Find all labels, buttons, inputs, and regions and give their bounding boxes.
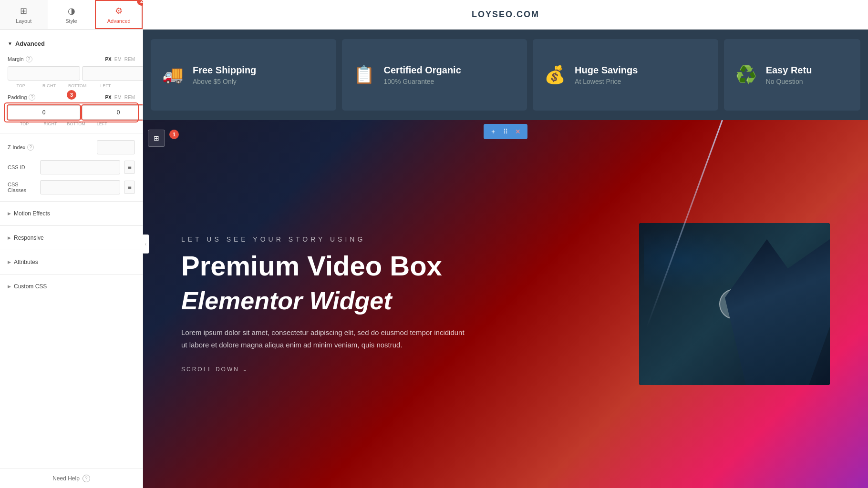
css-id-input[interactable] xyxy=(40,160,120,174)
z-index-info-icon[interactable]: ? xyxy=(27,144,34,151)
divider-4 xyxy=(0,250,143,250)
tab-layout-label: Layout xyxy=(16,18,31,24)
right-area: LOYSEO.COM 🚚 Free Shipping Above $5 Only… xyxy=(143,0,868,488)
video-overlay xyxy=(639,223,830,385)
padding-sub-labels: TOP RIGHT BOTTOM LEFT xyxy=(5,122,138,129)
z-index-input[interactable] xyxy=(97,140,135,154)
css-id-icon-btn[interactable]: ≡ xyxy=(124,161,135,174)
margin-label: Margin ? xyxy=(8,56,36,62)
step-3-badge: 3 xyxy=(67,90,76,100)
margin-right-label: RIGHT xyxy=(36,83,62,88)
feature-icon-0: 🚚 xyxy=(162,65,185,85)
margin-unit-em[interactable]: EM xyxy=(114,57,122,62)
css-classes-row: CSS Classes ≡ xyxy=(0,177,143,197)
tab-style-label: Style xyxy=(65,18,77,24)
advanced-icon: ⚙ xyxy=(115,6,123,16)
content-section: + ⠿ ✕ ⊞ 1 LET US SEE YOUR STORY USING Pr… xyxy=(143,120,868,488)
attributes-label: Attributes xyxy=(14,259,38,265)
divider-3 xyxy=(0,225,143,226)
features-bar: 🚚 Free Shipping Above $5 Only 📋 Certifie… xyxy=(143,30,868,120)
step-1-badge: 1 xyxy=(169,130,179,139)
padding-right-input[interactable] xyxy=(82,105,143,120)
feature-subtitle-1: 100% Guarantee xyxy=(384,78,461,85)
scroll-down-link[interactable]: SCROLL DOWN ⌄ xyxy=(181,366,620,373)
panel-content: ▼ Advanced Margin ? PX EM REM 🔗 TOP RIGH… xyxy=(0,30,143,468)
scroll-down-label: SCROLL DOWN ⌄ xyxy=(181,366,248,373)
padding-label: Padding ? xyxy=(8,94,36,101)
z-index-row: Z-Index ? xyxy=(0,137,143,157)
feature-card-1: 📋 Certified Organic 100% Guarantee xyxy=(342,39,527,111)
tab-layout[interactable]: ⊞ Layout xyxy=(0,0,48,29)
feature-subtitle-3: No Question xyxy=(766,78,812,85)
float-add-button[interactable]: + xyxy=(487,126,499,137)
padding-top-label: TOP xyxy=(12,122,36,126)
attributes-row[interactable]: ▶ Attributes xyxy=(0,254,143,270)
responsive-row[interactable]: ▶ Responsive xyxy=(0,230,143,246)
divider-2 xyxy=(0,201,143,202)
padding-unit-px[interactable]: PX xyxy=(105,95,111,100)
margin-top-input[interactable] xyxy=(8,66,80,81)
divider-5 xyxy=(0,274,143,274)
z-index-label: Z-Index ? xyxy=(8,144,36,151)
hero-text: LET US SEE YOUR STORY USING Premium Vide… xyxy=(181,235,620,373)
hero-title-line2: Elementor Widget xyxy=(181,286,620,315)
float-toolbar: + ⠿ ✕ xyxy=(484,124,527,139)
video-glow xyxy=(644,228,758,293)
motion-effects-arrow: ▶ xyxy=(8,211,11,216)
video-box xyxy=(639,223,830,385)
css-id-row: CSS ID ≡ xyxy=(0,157,143,177)
feature-card-3: ♻️ Easy Retu No Question xyxy=(724,39,860,111)
css-classes-icon-btn[interactable]: ≡ xyxy=(124,181,135,194)
tab-advanced[interactable]: ⚙ Advanced 2 xyxy=(95,0,143,29)
css-classes-input[interactable] xyxy=(40,180,120,194)
feature-subtitle-2: At Lowest Price xyxy=(575,78,638,85)
panel-footer: Need Help ? xyxy=(0,468,143,488)
help-icon: ? xyxy=(83,475,90,482)
margin-left-label: LEFT xyxy=(93,83,119,88)
section-arrow-icon: ▼ xyxy=(8,41,12,46)
custom-css-label: Custom CSS xyxy=(14,283,47,290)
hero-content: LET US SEE YOUR STORY USING Premium Vide… xyxy=(143,120,868,488)
feature-icon-1: 📋 xyxy=(353,65,376,85)
top-toolbar: ⊞ Layout ◑ Style ⚙ Advanced 2 xyxy=(0,0,143,30)
feature-title-2: Huge Savings xyxy=(575,65,638,76)
custom-css-row[interactable]: ▶ Custom CSS xyxy=(0,278,143,295)
hero-title-line1: Premium Video Box xyxy=(181,251,620,281)
custom-css-arrow: ▶ xyxy=(8,284,11,289)
layout-icon: ⊞ xyxy=(20,6,27,16)
margin-right-input[interactable] xyxy=(82,66,143,81)
padding-info-icon[interactable]: ? xyxy=(29,94,35,101)
motion-effects-row[interactable]: ▶ Motion Effects xyxy=(0,205,143,222)
float-move-button[interactable]: ⠿ xyxy=(500,126,511,137)
tab-style[interactable]: ◑ Style xyxy=(48,0,95,29)
margin-bottom-label: BOTTOM xyxy=(64,83,91,88)
float-close-button[interactable]: ✕ xyxy=(512,126,524,137)
left-panel: ⊞ Layout ◑ Style ⚙ Advanced 2 ▼ Advanced… xyxy=(0,0,143,488)
row-handle[interactable]: ⊞ xyxy=(148,130,165,147)
feature-text-1: Certified Organic 100% Guarantee xyxy=(384,65,461,85)
attributes-arrow: ▶ xyxy=(8,260,11,264)
padding-right-label: RIGHT xyxy=(38,122,62,126)
padding-bottom-label: BOTTOM xyxy=(64,122,88,126)
hero-eyebrow: LET US SEE YOUR STORY USING xyxy=(181,235,620,243)
margin-unit-rem[interactable]: REM xyxy=(124,57,135,62)
padding-unit-em[interactable]: EM xyxy=(114,95,122,100)
margin-row: Margin ? PX EM REM xyxy=(0,53,143,65)
panel-collapse-handle[interactable]: ‹ xyxy=(143,234,149,254)
padding-top-input[interactable] xyxy=(8,105,80,120)
feature-icon-2: 💰 xyxy=(544,65,567,85)
feature-title-1: Certified Organic xyxy=(384,65,461,76)
help-link[interactable]: Need Help ? xyxy=(8,475,135,482)
divider-1 xyxy=(0,133,143,133)
padding-unit-tabs: PX EM REM xyxy=(105,95,135,100)
padding-unit-rem[interactable]: REM xyxy=(124,95,135,100)
tab-advanced-label: Advanced xyxy=(107,18,131,24)
hero-body: Lorem ipsum dolor sit amet, consectetur … xyxy=(181,326,467,351)
margin-top-label: TOP xyxy=(8,83,34,88)
margin-info-icon[interactable]: ? xyxy=(26,56,32,62)
feature-text-0: Free Shipping Above $5 Only xyxy=(193,65,256,85)
feature-card-2: 💰 Huge Savings At Lowest Price xyxy=(533,39,718,111)
css-classes-label: CSS Classes xyxy=(8,182,36,193)
feature-title-0: Free Shipping xyxy=(193,65,256,76)
margin-unit-px[interactable]: PX xyxy=(105,57,111,62)
